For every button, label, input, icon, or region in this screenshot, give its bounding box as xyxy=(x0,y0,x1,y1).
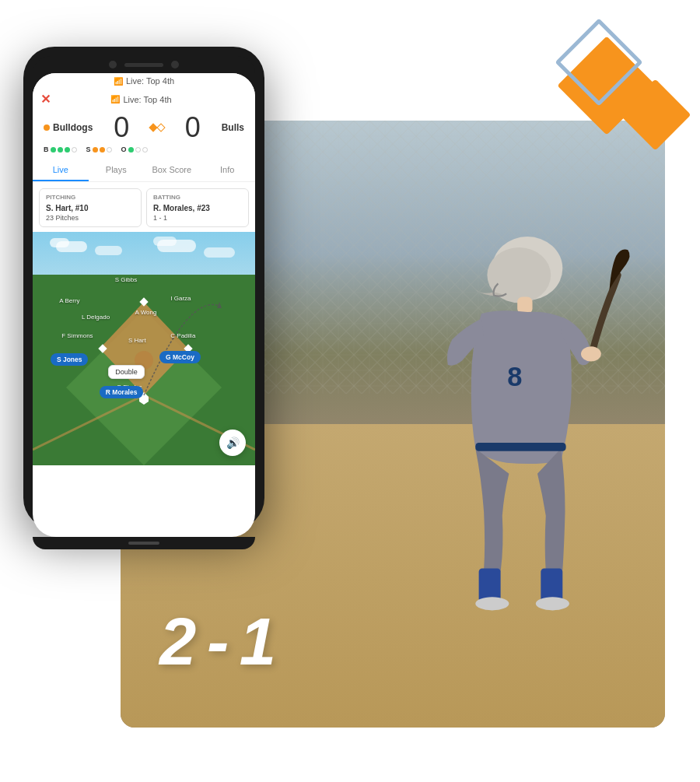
svg-marker-12 xyxy=(100,302,188,395)
player-s-gibbs: S Gibbs xyxy=(115,276,137,283)
pitching-box: PITCHING S. Hart, #10 23 Pitches xyxy=(39,188,142,227)
svg-rect-8 xyxy=(541,569,562,602)
player-a-wong: A Wong xyxy=(135,309,157,316)
strike-dot-1 xyxy=(93,147,98,153)
stats-row: PITCHING S. Hart, #10 23 Pitches BATTING… xyxy=(33,182,255,232)
action-double-label: Double xyxy=(108,365,145,379)
badge-s-jones: S Jones xyxy=(51,353,89,366)
pitcher-pitches: 23 Pitches xyxy=(46,214,135,222)
phone-screen: 📶 Live: Top 4th ✕ 📶 Live: Top 4th xyxy=(33,73,255,537)
badge-r-morales: R Morales xyxy=(100,386,144,398)
player-c-padilla: C Padilla xyxy=(170,332,195,339)
diamond-icon-2 xyxy=(156,123,165,132)
header-live-label: Live: Top 4th xyxy=(123,95,171,104)
svg-rect-11 xyxy=(475,443,565,451)
balls-label: B xyxy=(44,146,49,153)
ball-dot-3 xyxy=(65,147,70,153)
sound-button[interactable]: 🔊 xyxy=(219,430,246,456)
away-team-name: Bulls xyxy=(222,122,244,133)
away-team: Bulls xyxy=(222,122,244,133)
outs-label: O xyxy=(121,146,127,153)
svg-rect-16 xyxy=(139,297,148,306)
strike-dot-3 xyxy=(107,147,112,153)
close-button[interactable]: ✕ xyxy=(40,92,51,107)
balls-count: B xyxy=(44,146,77,153)
out-dot-1 xyxy=(128,147,134,153)
phone-home-button[interactable] xyxy=(128,542,159,545)
batter-stats: 1 - 1 xyxy=(153,214,242,222)
score-row: Bulldogs 0 0 Bulls xyxy=(40,111,247,144)
diamond-icons xyxy=(150,124,164,131)
phone-bottom-bar xyxy=(33,537,255,549)
game-header: ✕ 📶 Live: Top 4th Bulldogs 0 xyxy=(33,89,255,160)
wifi-icon: 📶 xyxy=(114,77,123,86)
away-score: 0 xyxy=(185,111,201,144)
svg-point-9 xyxy=(475,597,509,610)
player-s-hart: S Hart xyxy=(128,337,146,344)
strike-dot-2 xyxy=(100,147,105,153)
live-label: Live: Top 4th xyxy=(126,76,174,86)
tab-plays[interactable]: Plays xyxy=(89,160,145,181)
pitching-label: PITCHING xyxy=(46,194,135,201)
status-bar: 📶 Live: Top 4th xyxy=(33,73,255,89)
svg-line-13 xyxy=(33,395,144,450)
badge-g-mccoy: G McCoy xyxy=(159,351,201,363)
strikes-count: S xyxy=(86,146,112,153)
field-svg xyxy=(33,232,255,465)
batting-box: BATTING R. Morales, #23 1 - 1 xyxy=(146,188,249,227)
phone-top-bar xyxy=(33,56,255,73)
svg-rect-4 xyxy=(517,297,532,314)
score-overlay: 2 - 1 xyxy=(159,601,272,681)
home-team-name: Bulldogs xyxy=(53,122,93,133)
out-dot-3 xyxy=(142,147,148,153)
signal-icon: 📶 xyxy=(110,95,120,103)
screen-content: 📶 Live: Top 4th ✕ 📶 Live: Top 4th xyxy=(33,73,255,537)
svg-point-6 xyxy=(581,346,601,361)
batting-label: BATTING xyxy=(153,194,242,201)
field-visualization: A Berry S Gibbs I Garza L Delgado A Wong… xyxy=(33,232,255,465)
live-status: 📶 Live: Top 4th xyxy=(114,76,174,86)
batter-name: R. Morales, #23 xyxy=(153,204,242,212)
team-dot xyxy=(44,124,50,131)
player-a-berry: A Berry xyxy=(59,297,79,304)
player-f-simmons: F Simmons xyxy=(61,332,93,339)
out-dot-2 xyxy=(135,147,141,153)
ball-dot-2 xyxy=(58,147,63,153)
phone-camera2 xyxy=(171,61,179,68)
home-team: Bulldogs xyxy=(44,122,93,133)
pitcher-name: S. Hart, #10 xyxy=(46,204,135,212)
player-i-garza: I Garza xyxy=(170,295,191,302)
svg-point-10 xyxy=(536,597,569,610)
ball-dot-4 xyxy=(72,147,77,153)
strikes-label: S xyxy=(86,146,91,153)
svg-rect-7 xyxy=(479,569,501,602)
outs-count: O xyxy=(121,146,148,153)
tab-live[interactable]: Live xyxy=(33,160,89,181)
navigation-tabs: Live Plays Box Score Info xyxy=(33,160,255,182)
home-score: 0 xyxy=(114,111,129,144)
phone-camera xyxy=(109,61,117,68)
tab-info[interactable]: Info xyxy=(200,160,256,181)
counts-row: B S O xyxy=(40,144,247,155)
phone-speaker xyxy=(124,63,163,67)
phone-device: 📶 Live: Top 4th ✕ 📶 Live: Top 4th xyxy=(23,47,264,529)
player-l-delgado: L Delgado xyxy=(82,314,110,321)
header-top: ✕ 📶 Live: Top 4th xyxy=(40,92,247,107)
ball-dot-1 xyxy=(51,147,56,153)
svg-text:8: 8 xyxy=(507,362,522,391)
tab-box-score[interactable]: Box Score xyxy=(144,160,200,181)
